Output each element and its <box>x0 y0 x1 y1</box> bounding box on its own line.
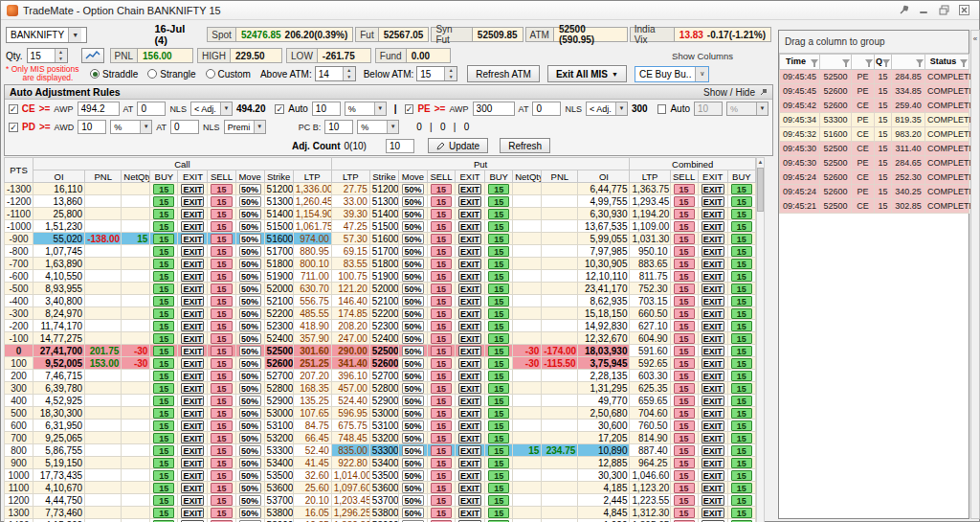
combined-buy-button[interactable]: 15 <box>731 221 752 232</box>
put-exit-button[interactable]: EXIT <box>458 333 481 344</box>
order-row[interactable]: 09:45:2152500CE15302.85COMPLETE <box>780 199 969 214</box>
put-buy-button[interactable]: 15 <box>488 508 509 518</box>
call-exit-button[interactable]: EXIT <box>181 383 204 394</box>
call-buy-button[interactable]: 15 <box>153 284 174 294</box>
combined-exit-button[interactable]: EXIT <box>702 321 724 331</box>
call-sell-button[interactable]: 15 <box>211 308 232 319</box>
put-move-button[interactable]: 50% <box>402 234 424 244</box>
call-move-button[interactable]: 50% <box>239 234 261 244</box>
order-row[interactable]: 09:45:2452600PE15340.25COMPLETE <box>780 185 969 199</box>
put-move-button[interactable]: 50% <box>402 396 424 406</box>
put-move-button[interactable]: 50% <box>402 408 424 419</box>
pd-pct-select[interactable]: %▼ <box>110 120 152 134</box>
restore-icon[interactable] <box>939 5 949 15</box>
combined-exit-button[interactable]: EXIT <box>702 284 724 294</box>
qty-input[interactable] <box>28 49 55 62</box>
combined-buy-button[interactable]: 15 <box>731 495 752 506</box>
put-sell-button[interactable]: 15 <box>431 346 452 356</box>
call-move-button[interactable]: 50% <box>239 346 261 356</box>
put-buy-button[interactable]: 15 <box>488 296 509 306</box>
pd-rule-checkbox[interactable]: ✓ <box>9 123 18 132</box>
put-buy-button[interactable]: 15 <box>488 483 509 493</box>
call-sell-button[interactable]: 15 <box>211 470 232 481</box>
call-exit-button[interactable]: EXIT <box>181 396 204 406</box>
call-exit-button[interactable]: EXIT <box>181 346 204 356</box>
combined-exit-button[interactable]: EXIT <box>702 333 724 344</box>
call-move-button[interactable]: 50% <box>239 321 261 331</box>
combined-sell-button[interactable]: 15 <box>674 308 695 319</box>
call-buy-button[interactable]: 15 <box>153 321 174 331</box>
call-buy-button[interactable]: 15 <box>153 383 174 394</box>
order-row[interactable]: 09:45:4552600PE15334.85COMPLETE <box>780 84 969 99</box>
combined-exit-button[interactable]: EXIT <box>702 508 724 518</box>
put-sell-button[interactable]: 15 <box>431 495 452 506</box>
put-move-button[interactable]: 50% <box>402 483 424 493</box>
pe-pct-select[interactable]: %▼ <box>726 102 768 116</box>
combined-sell-button[interactable]: 15 <box>674 284 695 294</box>
call-sell-button[interactable]: 15 <box>211 271 232 282</box>
call-sell-button[interactable]: 15 <box>211 184 232 194</box>
order-row[interactable]: 09:45:3052500PE15284.65COMPLETE <box>780 156 969 170</box>
ce-at-input[interactable] <box>137 102 166 116</box>
order-row[interactable]: 09:45:3251600CE15983.20COMPLETE <box>780 127 969 142</box>
call-sell-button[interactable]: 15 <box>211 346 232 356</box>
put-exit-button[interactable]: EXIT <box>458 420 481 431</box>
call-buy-button[interactable]: 15 <box>153 246 174 257</box>
put-sell-button[interactable]: 15 <box>431 396 452 406</box>
combined-buy-button[interactable]: 15 <box>731 259 752 269</box>
qty-spinner-arrows[interactable]: ▲▼ <box>55 49 67 62</box>
put-sell-button[interactable]: 15 <box>431 483 452 493</box>
call-exit-button[interactable]: EXIT <box>181 495 204 506</box>
call-buy-button[interactable]: 15 <box>153 433 174 443</box>
call-move-button[interactable]: 50% <box>239 284 261 294</box>
combined-sell-button[interactable]: 15 <box>674 470 695 481</box>
call-move-button[interactable]: 50% <box>239 221 261 232</box>
ce-rule-checkbox[interactable]: ✓ <box>9 104 18 114</box>
combined-buy-button[interactable]: 15 <box>731 296 752 306</box>
combined-exit-button[interactable]: EXIT <box>702 383 724 394</box>
combined-exit-button[interactable]: EXIT <box>702 483 724 493</box>
combined-sell-button[interactable]: 15 <box>674 495 695 506</box>
call-move-button[interactable]: 50% <box>239 209 261 219</box>
put-buy-button[interactable]: 15 <box>488 308 509 319</box>
put-move-button[interactable]: 50% <box>402 308 424 319</box>
adj-count-input[interactable] <box>386 139 414 153</box>
put-move-button[interactable]: 50% <box>402 346 424 356</box>
put-move-button[interactable]: 50% <box>402 445 424 456</box>
put-sell-button[interactable]: 15 <box>431 445 452 456</box>
combined-buy-button[interactable]: 15 <box>731 271 752 282</box>
put-sell-button[interactable]: 15 <box>431 358 452 369</box>
put-buy-button[interactable]: 15 <box>488 371 509 381</box>
pd-at-input[interactable] <box>170 120 199 134</box>
call-move-button[interactable]: 50% <box>239 408 261 419</box>
call-buy-button[interactable]: 15 <box>153 271 174 282</box>
put-exit-button[interactable]: EXIT <box>458 495 481 506</box>
table-scrollbar[interactable]: ▲▼ <box>756 157 765 522</box>
combined-buy-button[interactable]: 15 <box>731 420 752 431</box>
panel-collapse-strip[interactable]: « <box>970 30 980 519</box>
combined-buy-button[interactable]: 15 <box>731 308 752 319</box>
call-move-button[interactable]: 50% <box>239 333 261 344</box>
put-sell-button[interactable]: 15 <box>431 321 452 331</box>
put-buy-button[interactable]: 15 <box>488 333 509 344</box>
put-move-button[interactable]: 50% <box>402 321 424 331</box>
call-sell-button[interactable]: 15 <box>211 371 232 381</box>
combined-buy-button[interactable]: 15 <box>731 408 752 419</box>
call-exit-button[interactable]: EXIT <box>181 221 204 232</box>
call-exit-button[interactable]: EXIT <box>181 259 204 269</box>
combined-sell-button[interactable]: 15 <box>674 408 695 419</box>
put-sell-button[interactable]: 15 <box>431 408 452 419</box>
call-sell-button[interactable]: 15 <box>211 259 232 269</box>
call-buy-button[interactable]: 15 <box>153 508 174 518</box>
call-buy-button[interactable]: 15 <box>153 234 174 244</box>
call-sell-button[interactable]: 15 <box>211 221 232 232</box>
combined-sell-button[interactable]: 15 <box>674 420 695 431</box>
put-exit-button[interactable]: EXIT <box>458 371 481 381</box>
call-buy-button[interactable]: 15 <box>153 196 174 207</box>
put-buy-button[interactable]: 15 <box>488 470 509 481</box>
exit-all-mis-button[interactable]: Exit All MIS▼ <box>547 65 627 82</box>
call-exit-button[interactable]: EXIT <box>181 458 204 468</box>
call-sell-button[interactable]: 15 <box>211 246 232 257</box>
call-sell-button[interactable]: 15 <box>211 296 232 306</box>
ce-adj-select[interactable]: < Adj.▼ <box>190 102 233 116</box>
